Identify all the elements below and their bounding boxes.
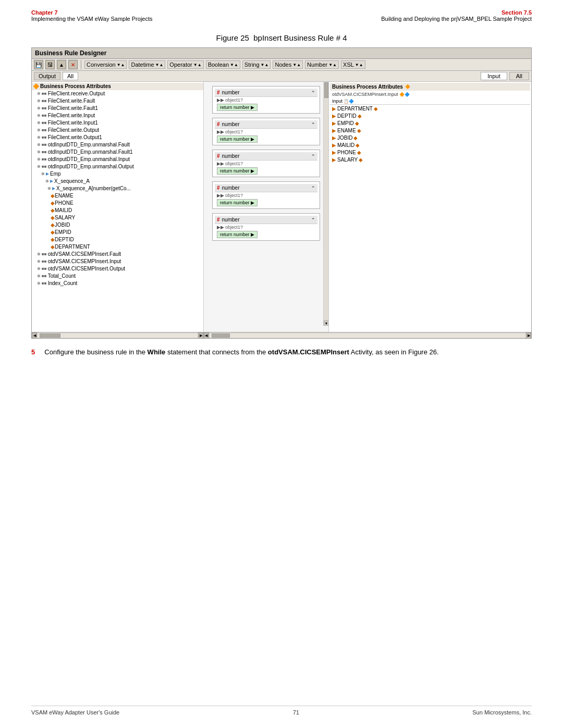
- string-dropdown[interactable]: String ▼▲: [242, 60, 271, 69]
- list-item[interactable]: ◆ DEPTID: [32, 236, 203, 243]
- item-label: ENAME: [55, 192, 74, 200]
- operator-dropdown[interactable]: Operator ▼▲: [167, 60, 203, 69]
- left-h-scroll[interactable]: ◀ ▶: [32, 332, 204, 338]
- diamond-icon: ◆: [51, 229, 55, 236]
- attr-arrow-icon: ▶: [332, 150, 336, 155]
- attr-name: DEPARTMENT: [337, 106, 373, 112]
- conv-return-2: return number ▶: [215, 135, 317, 143]
- list-item[interactable]: ⊕ ■■ FileClient.write.Input1: [32, 119, 203, 127]
- list-item[interactable]: ⊕ ■■ FileClient.write.Output: [32, 127, 203, 134]
- mid-h-scroll-2[interactable]: ▶: [209, 332, 531, 338]
- scroll-down-btn[interactable]: ▼: [324, 320, 329, 326]
- scroll-icon: ⌃: [311, 154, 315, 159]
- return-btn-1[interactable]: return number ▶: [217, 104, 258, 111]
- list-item[interactable]: ◆ EMPID: [32, 229, 203, 236]
- list-item[interactable]: ⊕ ■■ otdInputDTD_Emp.unmarshal.Fault: [32, 141, 203, 149]
- nodes-dropdown[interactable]: Nodes ▼▲: [273, 60, 303, 69]
- list-item[interactable]: ◆ DEPARTMENT: [32, 243, 203, 251]
- list-item[interactable]: ⊕ ■■ otdInputDTD_Emp.unmarshal.Input: [32, 156, 203, 163]
- node-icon: ■■: [42, 105, 47, 112]
- input-filter-btn[interactable]: Input: [481, 72, 507, 80]
- xsl-dropdown[interactable]: XSL ▼▲: [341, 60, 365, 69]
- list-item[interactable]: ◆ MAILID: [32, 207, 203, 214]
- list-item[interactable]: ◆ ENAME: [32, 192, 203, 200]
- all2-filter-btn[interactable]: All: [509, 72, 529, 80]
- save2-icon[interactable]: 🖫: [45, 60, 55, 69]
- save-icon[interactable]: 💾: [34, 60, 43, 69]
- list-item[interactable]: ⊕ ■■ Total_Count: [32, 273, 203, 280]
- expand-icon: ⊕: [37, 149, 41, 156]
- close-icon[interactable]: ✕: [68, 60, 78, 69]
- scroll-track-2: [210, 334, 525, 338]
- list-item[interactable]: ⊕ ■■ otdVSAM.CICSEMPInsert.Output: [32, 265, 203, 273]
- tree-root-icon: 🔶: [33, 83, 39, 90]
- conv-box-header-1: # number ⌃: [215, 89, 317, 97]
- list-item[interactable]: ◆ PHONE: [32, 200, 203, 207]
- list-item[interactable]: ⊕ ■■ FileClient.receive.Output: [32, 90, 203, 97]
- input-tab-row: Input 📋🔷: [330, 98, 530, 105]
- list-item[interactable]: ◆ SALARY: [32, 214, 203, 221]
- subtitle-left: Implementing the VSAM eWay Sample Projec…: [31, 16, 153, 22]
- number-dropdown[interactable]: Number ▼▲: [305, 60, 339, 69]
- list-item[interactable]: ⊕ ■■ otdVSAM.CICSEMPInsert.Fault: [32, 251, 203, 258]
- node-icon: ■■: [42, 112, 47, 119]
- list-item[interactable]: ⊕ ■■ Index_Count: [32, 280, 203, 287]
- scroll-left-btn[interactable]: ◀: [32, 332, 37, 339]
- list-item[interactable]: ⊕ ▶ Emp: [32, 170, 203, 178]
- boolean-dropdown[interactable]: Boolean ▼▲: [206, 60, 240, 69]
- up-icon[interactable]: ▲: [57, 60, 66, 69]
- footer-left: VSAM eWay Adapter User's Guide: [31, 709, 119, 715]
- list-item[interactable]: ⊕ ▶ X_sequence_A: [32, 178, 203, 185]
- input-tab-icons: 📋🔷: [344, 99, 354, 104]
- list-item[interactable]: ⊕ ■■ FileClient.write.Output1: [32, 134, 203, 141]
- output-filter-btn[interactable]: Output: [34, 72, 60, 80]
- datetime-label: Datetime: [131, 61, 154, 68]
- conv-return-5: return number ▶: [215, 230, 317, 238]
- node-icon: ■■: [42, 273, 47, 280]
- item-label: MAILID: [55, 207, 72, 214]
- node-icon: ■■: [42, 97, 47, 105]
- chevron-down-icon: ▼▲: [117, 63, 125, 67]
- return-btn-3[interactable]: return number ▶: [217, 167, 258, 175]
- diamond-icon: ◆: [355, 120, 359, 126]
- attr-arrow-icon: ▶: [332, 120, 336, 126]
- arrow-icon: ▶▶: [217, 97, 224, 103]
- node-icon: ■■: [42, 119, 47, 127]
- return-btn-2[interactable]: return number ▶: [217, 135, 258, 143]
- list-item[interactable]: ⊕ ■■ FileClient.write.Fault: [32, 97, 203, 105]
- scroll-right-btn-2[interactable]: ▶: [526, 332, 531, 339]
- list-item[interactable]: ⊕ ■■ otdVSAM.CICSEMPInsert.Input: [32, 258, 203, 265]
- attr-mailid: ▶ MAILID ◆: [330, 141, 530, 149]
- body-text-before: Configure the business rule in the: [44, 348, 145, 356]
- item-label: otdInputDTD_Emp.unmarshal.Output: [48, 163, 134, 170]
- conv-connector-1: ▶▶ object1?: [215, 97, 317, 103]
- return-btn-4[interactable]: return number ▶: [217, 199, 258, 206]
- hash-icon: #: [217, 185, 220, 191]
- item-label: FileClient.write.Output: [48, 127, 99, 134]
- scroll-left-btn-2[interactable]: ◀: [204, 332, 209, 339]
- conversion-box-5: # number ⌃ ▶▶ object1? return number ▶: [212, 213, 320, 241]
- list-item[interactable]: ◆ JOBID: [32, 221, 203, 229]
- datetime-dropdown[interactable]: Datetime ▼▲: [129, 60, 165, 69]
- footer-center: 71: [293, 709, 299, 715]
- scroll-right-btn[interactable]: ▶: [198, 332, 203, 339]
- list-item[interactable]: ⊕ ■■ otdInputDTD_Emp.unmarshal.Fault1: [32, 149, 203, 156]
- conversion-box-1: # number ⌃ ▶▶ object1? return number ▶: [212, 86, 320, 114]
- bottom-scrollbar-row: ◀ ▶ ◀ ▶: [32, 332, 531, 338]
- list-item[interactable]: ⊕ ■■ FileClient.write.Fault1: [32, 105, 203, 112]
- list-item[interactable]: ⊕ ■■ otdInputDTD_Emp.unmarshal.Output: [32, 163, 203, 170]
- list-item[interactable]: ⊕ ▶ X_sequence_A[number(getCo...: [32, 185, 203, 192]
- conversion-dropdown[interactable]: Conversion ▼▲: [84, 60, 127, 69]
- mid-scroll-arrow[interactable]: ◀: [204, 332, 209, 338]
- all-filter-btn[interactable]: All: [63, 72, 78, 80]
- attr-arrow-icon: ▶: [332, 113, 336, 119]
- list-item[interactable]: ⊕ ■■ FileClient.write.Input: [32, 112, 203, 119]
- figure-text: bpInsert Business Rule # 4: [253, 33, 347, 42]
- item-label: otdVSAM.CICSEMPInsert.Input: [48, 258, 121, 265]
- scroll-icon: ⌃: [311, 186, 315, 191]
- designer-main: 🔶 Business Process Attributes ⊕ ■■ FileC…: [32, 82, 531, 332]
- vertical-scrollbar[interactable]: ▼: [323, 82, 328, 326]
- return-btn-5[interactable]: return number ▶: [217, 231, 258, 238]
- scroll-track: [38, 334, 198, 338]
- diamond-icon: ◆: [374, 106, 378, 112]
